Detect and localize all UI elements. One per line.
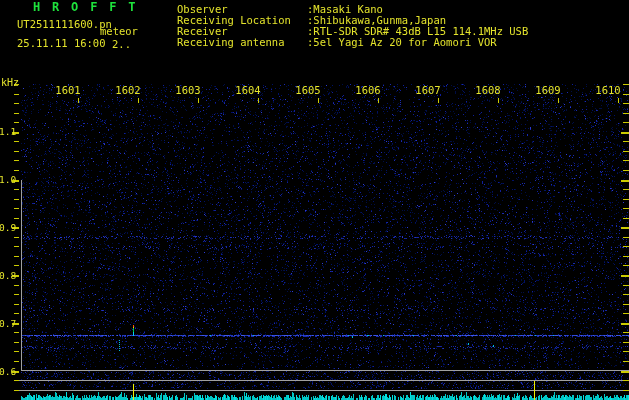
time-label: 1609	[532, 85, 564, 96]
hrofft-window: H R O F F T UT2511111600.pn meteor 25.11…	[0, 0, 629, 400]
station-name: meteor	[100, 26, 138, 37]
time-label: 1608	[472, 85, 504, 96]
time-label: 1606	[352, 85, 384, 96]
time-label: 1603	[172, 85, 204, 96]
datetime-label: 25.11.11 16:00	[17, 38, 106, 49]
time-label: 1602	[112, 85, 144, 96]
output-filename: UT2511111600.pn	[17, 19, 112, 30]
freq-label: 0.7	[0, 318, 13, 329]
echo-count: 2..	[112, 39, 131, 50]
time-label: 1601	[52, 85, 84, 96]
freq-label: 0.8	[0, 270, 13, 281]
freq-label: 1.1	[0, 126, 13, 137]
info-value-antenna: :5el Yagi Az 20 for Aomori VOR	[307, 37, 497, 48]
time-label: 1604	[232, 85, 264, 96]
freq-label: 1.0	[0, 174, 13, 185]
time-label: 1607	[412, 85, 444, 96]
spectrogram-canvas	[0, 0, 629, 400]
freq-label: 0.6	[0, 366, 13, 377]
freq-unit-label: kHz	[1, 77, 19, 88]
app-title: H R O F F T	[33, 2, 138, 13]
info-label-antenna: Receiving antenna	[177, 37, 284, 48]
time-label: 1605	[292, 85, 324, 96]
time-label: 1610	[592, 85, 624, 96]
freq-label: 0.9	[0, 222, 13, 233]
